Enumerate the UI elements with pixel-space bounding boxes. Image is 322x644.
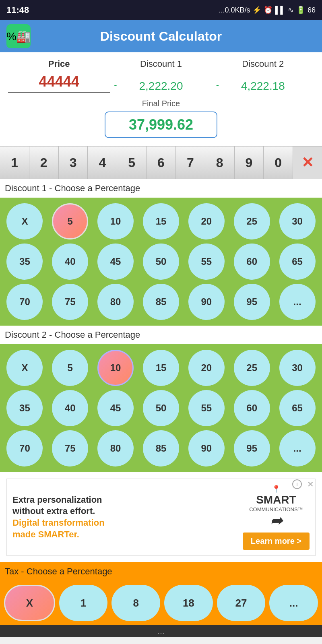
discount2-btn-55[interactable]: 55 xyxy=(188,390,225,426)
tax-btn-1[interactable]: 1 xyxy=(59,585,108,621)
ad-text-block: Extra personalizationwithout extra effor… xyxy=(12,494,236,540)
ad-main-text: Extra personalizationwithout extra effor… xyxy=(12,494,236,517)
discount2-btn-75[interactable]: 75 xyxy=(52,430,88,466)
discount2-btn-35[interactable]: 35 xyxy=(6,390,43,426)
discount1-btn-...[interactable]: ... xyxy=(279,284,316,320)
smart-brand: SMART xyxy=(256,493,296,506)
learn-more-button[interactable]: Learn more > xyxy=(243,533,310,550)
discount1-btn-X[interactable]: X xyxy=(6,203,43,239)
discount2-btn-...[interactable]: ... xyxy=(279,430,316,466)
key-2[interactable]: 2 xyxy=(29,147,59,179)
key-0[interactable]: 0 xyxy=(264,147,293,179)
discount1-btn-5[interactable]: 5 xyxy=(52,203,88,239)
smart-sub: COMMUNICATIONS™ xyxy=(249,506,303,512)
tax-grid: X181827... xyxy=(0,581,322,625)
price-input[interactable]: 44444 xyxy=(8,73,110,93)
ad-smart-logo: 📍 SMART COMMUNICATIONS™ ➦ Learn more > xyxy=(243,485,310,550)
key-9[interactable]: 9 xyxy=(235,147,264,179)
discount2-btn-20[interactable]: 20 xyxy=(188,350,225,386)
key-3[interactable]: 3 xyxy=(59,147,88,179)
discount2-value: 4,222.18 xyxy=(212,80,314,93)
discount2-grid: X5101520253035404550556065707580859095..… xyxy=(0,344,322,472)
discount1-btn-15[interactable]: 15 xyxy=(143,203,179,239)
tax-btn-...[interactable]: ... xyxy=(269,585,318,621)
tax-btn-8[interactable]: 8 xyxy=(111,585,160,621)
app-icon-symbol: %🏭 xyxy=(6,30,31,43)
discount2-btn-X[interactable]: X xyxy=(6,350,43,386)
discount1-btn-30[interactable]: 30 xyxy=(279,203,316,239)
signal-icon: ▌▌ xyxy=(275,6,285,14)
ad-banner: Extra personalizationwithout extra effor… xyxy=(0,472,322,562)
key-4[interactable]: 4 xyxy=(88,147,117,179)
discount1-btn-75[interactable]: 75 xyxy=(52,284,88,320)
discount1-btn-55[interactable]: 55 xyxy=(188,244,225,280)
numpad: 1 2 3 4 5 6 7 8 9 0 ✕ xyxy=(0,146,322,179)
key-8[interactable]: 8 xyxy=(205,147,235,179)
status-time: 11:48 xyxy=(6,5,29,15)
discount1-btn-70[interactable]: 70 xyxy=(6,284,43,320)
discount2-btn-80[interactable]: 80 xyxy=(97,430,134,466)
discount2-btn-45[interactable]: 45 xyxy=(97,390,134,426)
bottom-bar: … xyxy=(0,625,322,637)
price-header: Price xyxy=(8,59,110,69)
discount1-btn-10[interactable]: 10 xyxy=(97,203,134,239)
key-5[interactable]: 5 xyxy=(117,147,147,179)
discount1-btn-45[interactable]: 45 xyxy=(97,244,134,280)
discount1-btn-85[interactable]: 85 xyxy=(143,284,179,320)
discount1-btn-60[interactable]: 60 xyxy=(234,244,270,280)
bluetooth-icon: ⚡ xyxy=(252,6,261,14)
app-title: Discount Calculator xyxy=(37,29,285,44)
price-values: 44444 2,222.20 4,222.18 xyxy=(8,73,314,93)
discount1-btn-90[interactable]: 90 xyxy=(188,284,225,320)
discount1-label: Discount 1 - Choose a Percentage xyxy=(0,179,322,198)
discount1-btn-80[interactable]: 80 xyxy=(97,284,134,320)
discount1-btn-35[interactable]: 35 xyxy=(6,244,43,280)
tax-btn-18[interactable]: 18 xyxy=(164,585,213,621)
ad-info-icon[interactable]: i xyxy=(292,479,302,489)
tax-btn-27[interactable]: 27 xyxy=(217,585,266,621)
discount2-btn-70[interactable]: 70 xyxy=(6,430,43,466)
alarm-icon: ⏰ xyxy=(264,6,272,14)
final-price-label: Final Price xyxy=(8,99,314,108)
discount1-value: 2,222.20 xyxy=(110,80,212,93)
discount1-btn-65[interactable]: 65 xyxy=(279,244,316,280)
discount1-btn-25[interactable]: 25 xyxy=(234,203,270,239)
tax-label: Tax - Choose a Percentage xyxy=(0,562,322,581)
discount2-btn-50[interactable]: 50 xyxy=(143,390,179,426)
wifi-icon: ∿ xyxy=(288,6,294,14)
key-delete[interactable]: ✕ xyxy=(293,147,322,179)
key-1[interactable]: 1 xyxy=(0,147,29,179)
app-header: %🏭 Discount Calculator xyxy=(0,20,322,52)
app-icon: %🏭 xyxy=(6,24,31,48)
discount2-label: Discount 2 - Choose a Percentage xyxy=(0,326,322,344)
discount2-btn-15[interactable]: 15 xyxy=(143,350,179,386)
discount2-btn-30[interactable]: 30 xyxy=(279,350,316,386)
discount2-btn-60[interactable]: 60 xyxy=(234,390,270,426)
discount2-btn-65[interactable]: 65 xyxy=(279,390,316,426)
bottom-indicator: … xyxy=(157,627,165,636)
discount1-btn-20[interactable]: 20 xyxy=(188,203,225,239)
key-6[interactable]: 6 xyxy=(147,147,176,179)
location-icon: 📍 xyxy=(272,485,281,493)
tax-btn-X[interactable]: X xyxy=(4,585,55,621)
network-speed: ...0.0KB/s xyxy=(219,6,250,14)
final-price-value: 37,999.62 xyxy=(105,111,217,138)
discount1-btn-50[interactable]: 50 xyxy=(143,244,179,280)
price-section: Price Discount 1 Discount 2 44444 2,222.… xyxy=(0,52,322,146)
discount2-btn-5[interactable]: 5 xyxy=(52,350,88,386)
discount2-btn-85[interactable]: 85 xyxy=(143,430,179,466)
price-headers: Price Discount 1 Discount 2 xyxy=(8,59,314,69)
discount2-btn-25[interactable]: 25 xyxy=(234,350,270,386)
discount1-btn-95[interactable]: 95 xyxy=(234,284,270,320)
key-7[interactable]: 7 xyxy=(176,147,205,179)
ad-yellow-text: Digital transformationmade SMARTer. xyxy=(12,517,236,540)
discount2-btn-90[interactable]: 90 xyxy=(188,430,225,466)
ad-close-icon[interactable]: ✕ xyxy=(307,479,314,489)
ad-content: Extra personalizationwithout extra effor… xyxy=(6,479,316,556)
discount1-btn-40[interactable]: 40 xyxy=(52,244,88,280)
smart-swoosh: ➦ xyxy=(270,512,282,529)
discount2-btn-10[interactable]: 10 xyxy=(97,350,134,386)
discount2-btn-95[interactable]: 95 xyxy=(234,430,270,466)
discount2-header: Discount 2 xyxy=(212,59,314,69)
discount2-btn-40[interactable]: 40 xyxy=(52,390,88,426)
